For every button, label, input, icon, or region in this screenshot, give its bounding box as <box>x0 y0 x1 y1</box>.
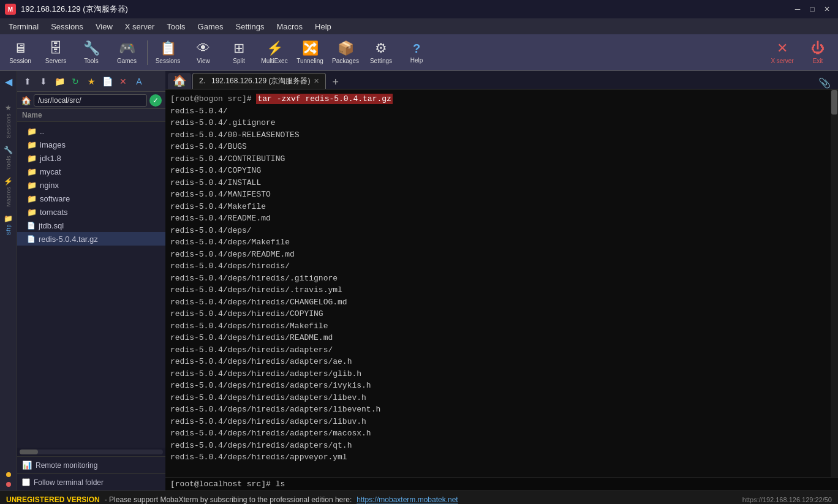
minimize-button[interactable]: ─ <box>791 3 804 15</box>
toolbar-tools[interactable]: 🔧 Tools <box>74 36 109 69</box>
tab-add-btn[interactable]: + <box>327 76 344 89</box>
sidebar-new-dir-btn[interactable]: 📁 <box>53 75 66 88</box>
tree-item-software[interactable]: 📁 software <box>17 192 165 205</box>
tools-label: Tools <box>84 58 98 64</box>
output-line-8: redis-5.0.4/MANIFESTO <box>170 189 826 201</box>
unregistered-label: UNREGISTERED VERSION <box>6 495 100 504</box>
menu-tools[interactable]: Tools <box>160 20 191 33</box>
toolbar-servers[interactable]: 🗄 Servers <box>38 36 74 69</box>
toolbar-split[interactable]: ⊞ Split <box>221 36 257 69</box>
menu-view[interactable]: View <box>89 20 119 33</box>
menu-macros[interactable]: Macros <box>270 20 309 33</box>
sidebar-hscroll[interactable] <box>17 448 165 456</box>
packages-icon: 📦 <box>338 40 354 56</box>
main-layout: ◀ ★ Sessions 🔧 Tools ⚡ Macros 📁 Sftp ⬆ ⬇… <box>0 71 838 491</box>
bottom-cmd-text: [root@localhost src]# ls <box>170 480 285 489</box>
toolbar-sessions2[interactable]: 📋 Sessions <box>150 36 186 69</box>
toolbar-separator-1 <box>147 40 148 65</box>
sidebar-new-file-btn[interactable]: 📄 <box>100 75 114 88</box>
tree-item-redis-tar[interactable]: 📄 redis-5.0.4.tar.gz <box>17 232 165 246</box>
menu-settings[interactable]: Settings <box>230 20 271 33</box>
mobatek-link[interactable]: https://mobaxterm.mobatek.net <box>357 495 458 504</box>
follow-terminal-checkbox[interactable] <box>22 478 30 486</box>
hscroll-track <box>20 449 163 454</box>
status-dot-yellow <box>6 472 11 477</box>
toolbar-multiexec[interactable]: ⚡ MultiExec <box>257 36 292 69</box>
sidebar-upload-btn[interactable]: ⬆ <box>21 75 34 88</box>
sidebar-download-btn[interactable]: ⬇ <box>37 75 50 88</box>
menu-xserver[interactable]: X server <box>119 20 160 33</box>
titlebar: M 192.168.126.129 (京淘服务器) ─ □ ✕ <box>0 0 838 18</box>
output-line-3: redis-5.0.4/00-RELEASENOTES <box>170 129 826 141</box>
path-confirm-btn[interactable]: ✓ <box>149 94 162 107</box>
hscroll-thumb[interactable] <box>20 449 38 454</box>
panel-macros[interactable]: ⚡ Macros <box>1 175 16 209</box>
tree-item-jtdb-sql[interactable]: 📄 jtdb.sql <box>17 219 165 232</box>
tree-item-mycat[interactable]: 📁 mycat <box>17 165 165 178</box>
panel-sessions[interactable]: ★ Sessions <box>1 101 16 141</box>
settings-label: Settings <box>370 58 392 64</box>
tree-item-tomcats[interactable]: 📁 tomcats <box>17 205 165 219</box>
xserver-label: X server <box>771 58 793 64</box>
toolbar-packages[interactable]: 📦 Packages <box>328 36 363 69</box>
tree-item-jdk18[interactable]: 📁 jdk1.8 <box>17 151 165 165</box>
close-button[interactable]: ✕ <box>821 3 833 15</box>
tab-close-1[interactable]: ✕ <box>314 77 319 85</box>
toolbar-help[interactable]: ? Help <box>399 36 434 69</box>
terminal-content[interactable]: [root@bogon src]# tar -zxvf redis-5.0.4.… <box>165 89 831 477</box>
maximize-button[interactable]: □ <box>806 3 818 15</box>
remote-monitor-label[interactable]: Remote monitoring <box>36 461 97 470</box>
sidebar-bookmark-btn[interactable]: ★ <box>85 75 98 88</box>
terminal-vscroll[interactable] <box>831 89 838 477</box>
output-line-10: redis-5.0.4/README.md <box>170 213 826 225</box>
terminal-bottom-cmd: [root@localhost src]# ls <box>165 477 838 491</box>
output-line-24: redis-5.0.4/deps/hiredis/adapters/ivykis… <box>170 380 826 392</box>
folder-icon-mycat: 📁 <box>27 167 37 176</box>
window-title: 192.168.126.129 (京淘服务器) <box>21 4 791 15</box>
tab-home[interactable]: 🏠 <box>168 73 191 89</box>
toolbar-xserver[interactable]: ✕ X server <box>764 36 800 69</box>
menu-sessions[interactable]: Sessions <box>45 20 89 33</box>
tab-attach-icon[interactable]: 📎 <box>813 77 836 89</box>
vscroll-thumb[interactable] <box>831 90 837 115</box>
help-icon: ? <box>413 42 420 56</box>
sidebar-refresh-btn[interactable]: ↻ <box>69 75 82 88</box>
tree-label-tomcats: tomcats <box>40 208 68 217</box>
xserver-icon: ✕ <box>777 40 788 56</box>
output-line-28: redis-5.0.4/deps/hiredis/adapters/macosx… <box>170 427 826 440</box>
output-line-5: redis-5.0.4/CONTRIBUTING <box>170 153 826 165</box>
menubar: Terminal Sessions View X server Tools Ga… <box>0 18 838 34</box>
tree-label-redis-tar: redis-5.0.4.tar.gz <box>39 235 98 244</box>
session-icon: 🖥 <box>13 40 27 56</box>
toolbar-tunneling[interactable]: 🔀 Tunneling <box>292 36 328 69</box>
toolbar-settings[interactable]: ⚙ Settings <box>363 36 399 69</box>
tree-label-jtdb-sql: jtdb.sql <box>39 221 64 230</box>
tree-label-nginx: nginx <box>40 181 59 190</box>
output-line-9: redis-5.0.4/Makefile <box>170 201 826 213</box>
output-line-27: redis-5.0.4/deps/hiredis/adapters/libuv.… <box>170 416 826 428</box>
toolbar-view[interactable]: 👁 View <box>186 36 221 69</box>
help-label: Help <box>410 57 423 64</box>
path-input[interactable] <box>34 94 147 107</box>
toolbar-session[interactable]: 🖥 Session <box>2 36 38 69</box>
menu-terminal[interactable]: Terminal <box>2 20 45 33</box>
sidebar-edit-btn[interactable]: A <box>132 75 146 88</box>
tab-terminal-1[interactable]: 2. 192.168.126.129 (京淘服务器) ✕ <box>192 73 326 89</box>
toolbar-exit[interactable]: ⏻ Exit <box>800 36 836 69</box>
sidebar-delete-btn[interactable]: ✕ <box>116 75 130 88</box>
menu-games[interactable]: Games <box>192 20 230 33</box>
tree-item-nginx[interactable]: 📁 nginx <box>17 178 165 192</box>
output-line-22: redis-5.0.4/deps/hiredis/adapters/ae.h <box>170 356 826 368</box>
collapse-sidebar-btn[interactable]: ◀ <box>1 73 16 90</box>
tree-item-dotdot[interactable]: 📁 .. <box>17 124 165 138</box>
toolbar-games[interactable]: 🎮 Games <box>109 36 145 69</box>
panel-tools[interactable]: 🔧 Tools <box>1 143 16 173</box>
panel-sftp[interactable]: 📁 Sftp <box>1 212 16 238</box>
menu-help[interactable]: Help <box>309 20 338 33</box>
output-line-13: redis-5.0.4/deps/README.md <box>170 249 826 261</box>
output-line-19: redis-5.0.4/deps/hiredis/Makefile <box>170 320 826 333</box>
tools-panel-label: Tools <box>6 156 12 170</box>
tab-label-1: 2. 192.168.126.129 (京淘服务器) <box>199 76 310 86</box>
tree-item-images[interactable]: 📁 images <box>17 138 165 151</box>
window-controls: ─ □ ✕ <box>791 3 833 15</box>
